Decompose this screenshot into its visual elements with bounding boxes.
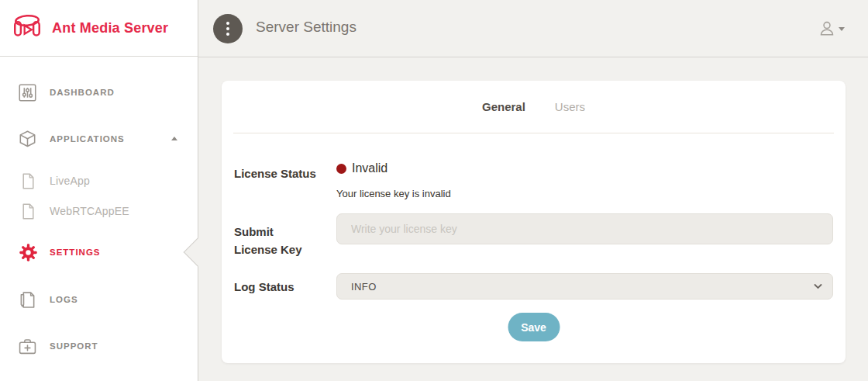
first-aid-kit-icon: [19, 338, 50, 355]
sidebar-item-logs[interactable]: LOGS: [0, 284, 198, 315]
tab-bar: General Users: [222, 81, 846, 133]
sidebar: Ant Media Server DASHBOARD APPLICATIONS: [0, 0, 198, 381]
person-icon: [818, 20, 835, 37]
sidebar-item-liveapp[interactable]: LiveApp: [0, 167, 198, 195]
file-icon: [22, 173, 50, 189]
sidebar-item-label: SETTINGS: [50, 248, 101, 257]
tabs-divider: [233, 133, 834, 133]
content-area: General Users License Status Invalid You…: [198, 57, 868, 381]
kebab-vertical-icon[interactable]: [213, 14, 243, 43]
applications-cube-icon: [19, 130, 50, 147]
license-status-label: License Status: [234, 166, 335, 182]
log-document-icon: [19, 291, 50, 309]
page-title: Server Settings: [256, 19, 356, 36]
kebab-dot: [226, 27, 229, 30]
kebab-dot: [226, 22, 229, 25]
tab-general[interactable]: General: [482, 100, 525, 113]
sidebar-item-label: LiveApp: [50, 175, 90, 187]
header-bar: Server Settings: [198, 0, 868, 57]
sidebar-item-label: APPLICATIONS: [50, 134, 125, 144]
save-button[interactable]: Save: [508, 313, 560, 341]
user-menu[interactable]: [818, 20, 845, 37]
sidebar-item-support[interactable]: SUPPORT: [0, 331, 198, 362]
license-status-message: Your license key is invalid: [336, 188, 451, 200]
license-status-text: Invalid: [352, 161, 388, 175]
log-status-select[interactable]: INFO: [336, 273, 833, 300]
dashboard-sliders-icon: [19, 84, 50, 102]
tab-users[interactable]: Users: [555, 100, 585, 113]
invalid-status-dot-icon: [336, 164, 346, 174]
sidebar-item-webrtcappee[interactable]: WebRTCAppEE: [0, 197, 198, 225]
sidebar-item-label: LOGS: [50, 295, 78, 304]
log-status-label: Log Status: [234, 279, 335, 295]
kebab-dot: [226, 33, 229, 36]
chevron-up-icon[interactable]: [171, 137, 177, 140]
settings-card: General Users License Status Invalid You…: [222, 81, 846, 363]
brand-name: Ant Media Server: [52, 20, 168, 36]
log-status-select-wrap: INFO: [336, 273, 833, 300]
ant-media-logo-icon: [10, 12, 44, 44]
logo[interactable]: Ant Media Server: [0, 0, 198, 57]
sidebar-item-label: DASHBOARD: [50, 88, 115, 97]
sidebar-item-dashboard[interactable]: DASHBOARD: [0, 77, 198, 108]
license-key-input[interactable]: [336, 213, 833, 244]
sidebar-item-label: WebRTCAppEE: [50, 205, 129, 217]
sidebar-item-settings[interactable]: SETTINGS: [0, 237, 198, 268]
file-icon: [22, 203, 50, 220]
gear-icon: [19, 243, 50, 262]
submit-license-key-label: Submit License Key: [234, 223, 312, 258]
sidebar-item-label: SUPPORT: [50, 341, 98, 351]
chevron-down-icon: [839, 27, 845, 31]
license-status-value: Invalid: [336, 161, 388, 175]
sidebar-item-applications[interactable]: APPLICATIONS: [0, 123, 198, 154]
